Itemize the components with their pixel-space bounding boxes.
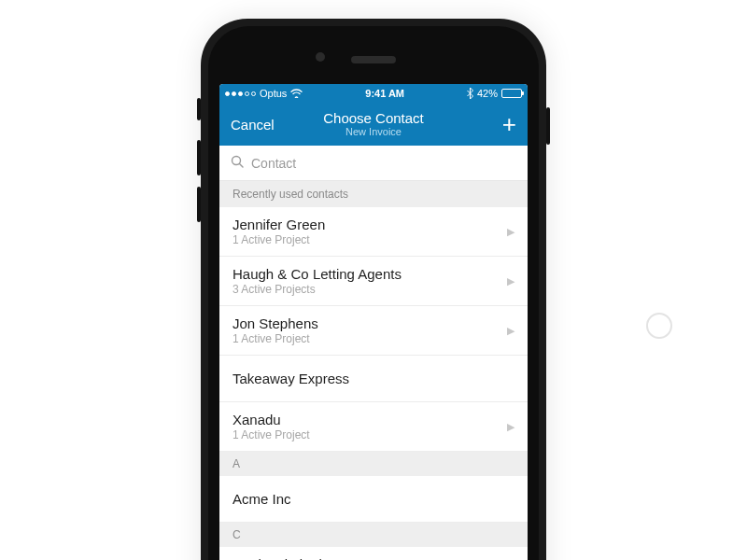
chevron-right-icon: ▶ — [507, 325, 514, 337]
contact-row[interactable]: Haugh & Co Letting Agents3 Active Projec… — [219, 257, 528, 306]
contact-name: Xanadu — [233, 412, 310, 427]
carrier-label: Optus — [260, 88, 287, 99]
cancel-button[interactable]: Cancel — [231, 117, 275, 133]
alpha-section-header: C — [219, 523, 528, 547]
chevron-right-icon: ▶ — [507, 226, 514, 238]
front-camera — [316, 52, 325, 62]
contact-name: Acme Inc — [233, 491, 291, 507]
wifi-icon — [290, 89, 303, 98]
bluetooth-icon — [467, 88, 473, 99]
contact-subtitle: 3 Active Projects — [233, 283, 402, 296]
search-icon — [231, 155, 244, 172]
status-left: Optus — [225, 88, 303, 99]
battery-icon — [501, 89, 522, 98]
contact-row[interactable]: Cooke Limited1 Active Project▶ — [219, 547, 528, 560]
contact-row[interactable]: Takeaway Express — [219, 356, 528, 402]
contact-row[interactable]: Jon Stephens1 Active Project▶ — [219, 306, 528, 356]
mute-switch — [197, 98, 201, 120]
contact-name: Haugh & Co Letting Agents — [233, 266, 402, 282]
contact-subtitle: 1 Active Project — [233, 428, 310, 441]
contact-name: Takeaway Express — [233, 371, 349, 386]
contact-subtitle: 1 Active Project — [233, 332, 318, 345]
status-time: 9:41 AM — [365, 88, 404, 99]
recent-section-header: Recently used contacts — [219, 181, 528, 207]
power-button — [546, 107, 550, 145]
chevron-right-icon: ▶ — [507, 421, 514, 433]
search-input[interactable] — [251, 156, 516, 171]
signal-dots-icon — [225, 91, 256, 96]
chevron-right-icon: ▶ — [507, 275, 514, 287]
volume-up — [197, 140, 201, 175]
speaker-grille — [351, 56, 396, 63]
battery-percent: 42% — [477, 88, 498, 99]
svg-line-1 — [240, 163, 244, 167]
screen: Optus 9:41 AM 42% Cancel Choose — [219, 84, 528, 560]
assistive-touch-icon[interactable] — [646, 313, 672, 339]
status-right: 42% — [467, 88, 522, 99]
add-contact-button[interactable]: + — [502, 112, 516, 136]
nav-bar: Cancel Choose Contact New Invoice + — [219, 103, 528, 146]
search-bar[interactable] — [219, 146, 528, 181]
phone-frame: Optus 9:41 AM 42% Cancel Choose — [201, 19, 546, 560]
contact-name: Jon Stephens — [233, 315, 318, 331]
contact-row[interactable]: Jennifer Green1 Active Project▶ — [219, 207, 528, 257]
alpha-section-header: A — [219, 452, 528, 476]
contact-name: Jennifer Green — [233, 217, 325, 232]
contact-name: Cooke Limited — [233, 556, 322, 560]
contact-list[interactable]: Recently used contacts Jennifer Green1 A… — [219, 181, 528, 560]
contact-subtitle: 1 Active Project — [233, 233, 325, 246]
volume-down — [197, 187, 201, 222]
contact-row[interactable]: Acme Inc — [219, 476, 528, 523]
contact-row[interactable]: Xanadu1 Active Project▶ — [219, 402, 528, 452]
phone-bezel: Optus 9:41 AM 42% Cancel Choose — [208, 26, 539, 560]
status-bar: Optus 9:41 AM 42% — [219, 84, 528, 103]
